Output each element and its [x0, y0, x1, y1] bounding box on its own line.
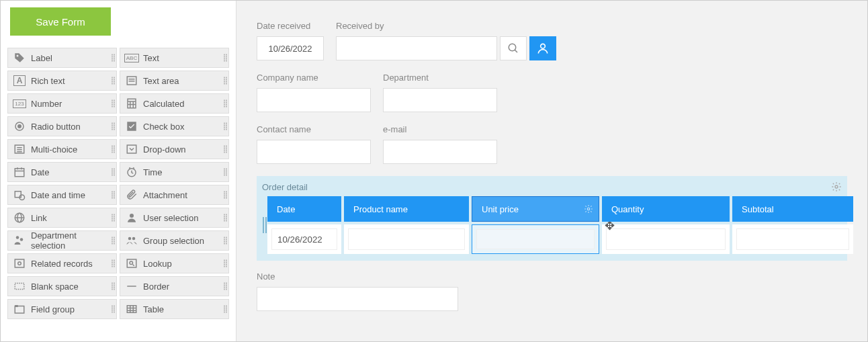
fgroup-icon	[12, 302, 27, 316]
palette-label: Time	[143, 167, 162, 177]
cell-unit-price[interactable]	[476, 229, 595, 249]
col-head-quantity[interactable]: Quantity	[602, 196, 730, 222]
palette-label: User selection	[143, 213, 198, 223]
palette-department-selection[interactable]: Department selection	[7, 230, 117, 251]
cell-date[interactable]	[271, 228, 337, 250]
cell-product[interactable]	[348, 228, 465, 250]
palette-attachment[interactable]: Attachment	[120, 185, 229, 205]
palette-drop-down[interactable]: Drop-down	[120, 139, 229, 159]
svg-rect-4	[128, 99, 136, 108]
palette-blank-space[interactable]: Blank space	[7, 276, 117, 296]
calclock-icon	[12, 187, 27, 202]
svg-point-29	[20, 238, 24, 241]
field-note: Note	[257, 271, 847, 311]
table-row-grip[interactable]	[262, 196, 267, 254]
field-email: e-mail	[383, 124, 497, 164]
label-department: Department	[383, 73, 497, 83]
cal-icon	[12, 165, 27, 179]
save-button[interactable]: Save Form	[10, 7, 111, 36]
palette-link[interactable]: Link	[7, 208, 117, 228]
svg-point-49	[835, 185, 838, 188]
col-quantity: Quantity	[602, 196, 730, 254]
palette-calculated[interactable]: Calculated	[120, 93, 229, 114]
palette-label: Date and time	[31, 190, 85, 200]
palette-rich-text[interactable]: ARich text	[7, 71, 117, 91]
order-detail-section: Order detail Date Product name	[257, 176, 847, 261]
palette-related-records[interactable]: Related records	[7, 253, 117, 273]
related-icon	[12, 256, 27, 271]
palette-radio-button[interactable]: Radio button	[7, 116, 117, 136]
user-icon	[536, 42, 550, 55]
palette-label: Field group	[31, 304, 75, 314]
palette-date[interactable]: Date	[7, 162, 117, 182]
A-icon: A	[12, 73, 27, 88]
palette-label: Drop-down	[143, 144, 186, 155]
radio-icon	[12, 119, 27, 134]
field-department: Department	[383, 73, 497, 112]
palette-label: Number	[31, 99, 62, 109]
svg-point-52	[587, 208, 590, 210]
col-unit-price: Unit price ✥	[472, 196, 599, 254]
svg-point-0	[17, 55, 19, 57]
col-head-date[interactable]: Date	[267, 196, 341, 222]
palette-field-group[interactable]: Field group	[7, 299, 117, 319]
svg-point-48	[541, 44, 546, 48]
svg-point-31	[132, 237, 136, 241]
svg-rect-37	[15, 284, 24, 290]
field-contact-name: Contact name	[257, 124, 371, 164]
palette-border[interactable]: Border	[120, 276, 229, 296]
palette-text-area[interactable]: Text area	[120, 71, 229, 91]
field-palette: Save Form LabelABCTextARich textText are…	[1, 1, 236, 341]
palette-text[interactable]: ABCText	[120, 48, 229, 68]
col-product: Product name	[344, 196, 469, 254]
palette-multi-choice[interactable]: Multi-choice	[7, 139, 117, 159]
input-date-received[interactable]	[257, 36, 324, 60]
svg-rect-32	[15, 259, 24, 267]
multi-icon	[12, 142, 27, 157]
user-picker-button[interactable]	[529, 36, 556, 60]
input-note[interactable]	[257, 287, 458, 311]
palette-label: Date	[31, 167, 49, 177]
palette-table[interactable]: Table	[120, 299, 229, 319]
gear-icon[interactable]	[831, 181, 842, 192]
calc-icon	[124, 96, 139, 111]
label-company-name: Company name	[257, 73, 371, 83]
col-head-unit-price[interactable]: Unit price	[472, 196, 599, 222]
col-head-product[interactable]: Product name	[344, 196, 469, 222]
blank-icon	[12, 279, 27, 294]
globe-icon	[12, 210, 27, 225]
input-received-by[interactable]	[336, 36, 497, 60]
palette-number[interactable]: 123Number	[7, 93, 117, 114]
palette-date-and-time[interactable]: Date and time	[7, 185, 117, 205]
palette-label: Multi-choice	[31, 144, 77, 155]
palette-label: Blank space	[31, 282, 79, 292]
input-email[interactable]	[383, 140, 497, 164]
svg-rect-39	[15, 306, 24, 314]
search-icon	[507, 42, 519, 54]
cell-quantity[interactable]	[606, 228, 726, 250]
svg-point-28	[16, 236, 19, 239]
palette-time[interactable]: Time	[120, 162, 229, 182]
svg-point-35	[130, 261, 133, 265]
palette-check-box[interactable]: Check box	[120, 116, 229, 136]
input-company-name[interactable]	[257, 88, 371, 112]
palette-label: Label	[31, 53, 52, 63]
search-button[interactable]	[500, 36, 527, 60]
col-subtotal: Subtotal	[732, 196, 853, 254]
input-contact-name[interactable]	[257, 140, 371, 164]
col-head-subtotal[interactable]: Subtotal	[732, 196, 853, 222]
palette-lookup[interactable]: Lookup	[120, 253, 229, 273]
label-note: Note	[257, 271, 847, 282]
abc-icon: ABC	[124, 50, 139, 65]
group-icon	[124, 233, 139, 248]
palette-group-selection[interactable]: Group selection	[120, 230, 229, 251]
input-department[interactable]	[383, 88, 497, 112]
gear-icon[interactable]	[584, 204, 593, 214]
check-icon	[124, 119, 139, 134]
palette-user-selection[interactable]: User selection	[120, 208, 229, 228]
svg-point-30	[128, 237, 132, 241]
col-date: Date	[267, 196, 341, 254]
palette-label: Text area	[143, 76, 179, 86]
palette-label[interactable]: Label	[7, 48, 117, 68]
cell-subtotal[interactable]	[736, 228, 849, 250]
